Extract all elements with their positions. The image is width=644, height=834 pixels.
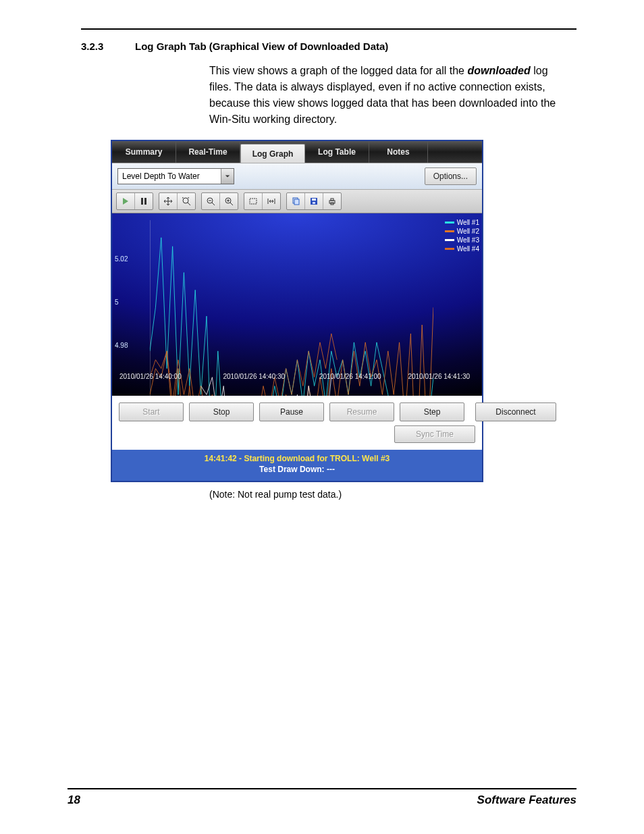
page-footer: 18 Software Features bbox=[68, 788, 576, 807]
fit-width-icon[interactable] bbox=[263, 193, 280, 209]
control-row-2: Sync Time bbox=[112, 425, 482, 450]
section-title: Log Graph Tab (Graphical View of Downloa… bbox=[135, 41, 576, 52]
page-number: 18 bbox=[68, 793, 80, 807]
chart-legend: Well #1 Well #2 Well #3 Well #4 bbox=[445, 219, 479, 254]
legend-item-1: Well #2 bbox=[445, 228, 479, 235]
chart-axis-box bbox=[150, 220, 433, 369]
chevron-down-icon[interactable] bbox=[221, 169, 234, 184]
svg-rect-1 bbox=[144, 198, 146, 205]
copy-icon[interactable] bbox=[287, 193, 305, 209]
para-lead: This view shows a graph of the logged da… bbox=[209, 65, 467, 76]
svg-rect-7 bbox=[294, 199, 299, 205]
svg-rect-0 bbox=[141, 198, 143, 205]
xtick-1: 2010/01/26 14:40:30 bbox=[223, 373, 285, 380]
rule-bottom bbox=[68, 788, 576, 789]
legend-label-0: Well #1 bbox=[457, 219, 479, 226]
stop-button[interactable]: Stop bbox=[189, 402, 254, 421]
tab-realtime[interactable]: Real-Time bbox=[176, 141, 240, 163]
pan-icon[interactable] bbox=[159, 193, 178, 209]
tab-summary[interactable]: Summary bbox=[112, 141, 176, 163]
zoom-box-icon[interactable] bbox=[244, 193, 263, 209]
ytick-0: 5.02 bbox=[115, 255, 128, 263]
legend-item-0: Well #1 bbox=[445, 219, 479, 226]
pause-icon[interactable] bbox=[135, 193, 153, 209]
legend-item-3: Well #4 bbox=[445, 245, 479, 253]
para-emph: downloaded bbox=[467, 65, 530, 76]
legend-label-1: Well #2 bbox=[457, 228, 479, 235]
parameter-dropdown-value: Level Depth To Water bbox=[118, 169, 221, 184]
print-icon[interactable] bbox=[323, 193, 341, 209]
chart-plot-area[interactable]: 5.02 5 4.98 Well #1 Well #2 Well #3 Well… bbox=[112, 213, 482, 396]
control-row: Start Stop Pause Resume Step Disconnect bbox=[112, 396, 482, 425]
chart-y-ticks: 5.02 5 4.98 bbox=[115, 213, 146, 374]
section-heading: 3.2.3 Log Graph Tab (Graphical View of D… bbox=[81, 41, 576, 52]
zoom-out-icon[interactable] bbox=[202, 193, 220, 209]
chart-toolbar bbox=[112, 190, 482, 213]
rule-top bbox=[81, 28, 576, 30]
options-button[interactable]: Options... bbox=[425, 167, 477, 185]
status-line-1: 14:41:42 - Starting download for TROLL: … bbox=[115, 454, 479, 463]
app-window: Summary Real-Time Log Graph Log Table No… bbox=[111, 140, 483, 482]
ytick-1: 5 bbox=[115, 298, 119, 306]
disconnect-button[interactable]: Disconnect bbox=[475, 402, 556, 421]
tab-notes[interactable]: Notes bbox=[369, 141, 428, 163]
legend-label-3: Well #4 bbox=[457, 245, 479, 253]
step-button[interactable]: Step bbox=[400, 402, 464, 421]
svg-rect-10 bbox=[313, 202, 315, 204]
start-button[interactable]: Start bbox=[119, 402, 184, 421]
tab-bar: Summary Real-Time Log Graph Log Table No… bbox=[112, 141, 482, 163]
play-icon[interactable] bbox=[117, 193, 135, 209]
chapter-title: Software Features bbox=[477, 793, 576, 807]
legend-item-2: Well #3 bbox=[445, 236, 479, 244]
status-line-2: Test Draw Down: --- bbox=[115, 465, 479, 474]
status-bar: 14:41:42 - Starting download for TROLL: … bbox=[112, 450, 482, 481]
section-paragraph: This view shows a graph of the logged da… bbox=[209, 63, 570, 128]
svg-rect-9 bbox=[312, 199, 316, 201]
cursor-zoom-icon[interactable] bbox=[178, 193, 195, 209]
resume-button[interactable]: Resume bbox=[329, 402, 394, 421]
parameter-dropdown[interactable]: Level Depth To Water bbox=[117, 168, 234, 184]
chart-x-ticks: 2010/01/26 14:40:00 2010/01/26 14:40:30 … bbox=[112, 373, 482, 392]
tab-loggraph[interactable]: Log Graph bbox=[240, 144, 305, 163]
legend-label-2: Well #3 bbox=[457, 236, 479, 244]
pause-button[interactable]: Pause bbox=[259, 402, 324, 421]
xtick-2: 2010/01/26 14:41:00 bbox=[319, 373, 381, 380]
xtick-0: 2010/01/26 14:40:00 bbox=[119, 373, 182, 380]
parameter-row: Level Depth To Water Options... bbox=[112, 163, 482, 190]
chart-container: 5.02 5 4.98 Well #1 Well #2 Well #3 Well… bbox=[112, 213, 482, 396]
section-number: 3.2.3 bbox=[81, 41, 115, 52]
zoom-in-icon[interactable] bbox=[220, 193, 238, 209]
save-icon[interactable] bbox=[305, 193, 323, 209]
svg-rect-12 bbox=[331, 199, 333, 201]
sync-time-button[interactable]: Sync Time bbox=[394, 425, 475, 443]
ytick-2: 4.98 bbox=[115, 342, 128, 349]
svg-point-2 bbox=[183, 198, 188, 203]
figure-note: (Note: Not real pump test data.) bbox=[209, 489, 576, 500]
svg-rect-5 bbox=[250, 199, 257, 204]
xtick-3: 2010/01/26 14:41:30 bbox=[408, 373, 470, 380]
tab-logtable[interactable]: Log Table bbox=[305, 141, 369, 163]
